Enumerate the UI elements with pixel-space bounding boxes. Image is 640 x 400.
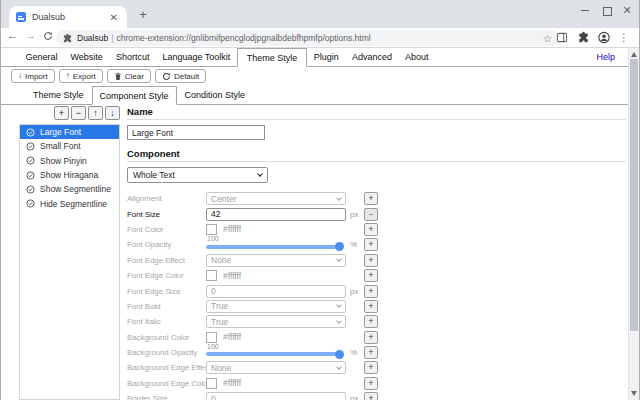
- list-item-show-segmentline[interactable]: Show Segmentline: [20, 182, 119, 196]
- check-circle-icon: [26, 199, 35, 208]
- url-text: Dualsub|chrome-extension://gnlibmifpencg…: [77, 33, 539, 43]
- tab-close-icon[interactable]: ✕: [108, 12, 120, 23]
- alignment-select[interactable]: Center: [206, 192, 346, 205]
- font-edge-size-label: Font Edge Size: [127, 287, 206, 296]
- window-minimize-button[interactable]: [579, 4, 591, 16]
- sub-tab-component-style[interactable]: Component Style: [92, 86, 177, 105]
- font-color-checkbox[interactable]: [206, 224, 217, 235]
- font-bold-label: Font Bold: [127, 302, 206, 311]
- background-color-add-button[interactable]: +: [364, 331, 378, 344]
- font-size-input[interactable]: 42: [206, 208, 346, 221]
- check-circle-icon: [26, 156, 35, 165]
- font-opacity-add-button[interactable]: +: [364, 238, 378, 251]
- tab-title: Dualsub: [32, 12, 108, 22]
- font-edge-color-checkbox[interactable]: [206, 270, 217, 281]
- export-button[interactable]: ↑Export: [59, 69, 103, 83]
- background-edge-effect-select[interactable]: None: [206, 361, 346, 374]
- nav-tab-plugin[interactable]: Plugin: [307, 48, 345, 66]
- nav-tab-website[interactable]: Website: [64, 48, 109, 66]
- help-link[interactable]: Help: [596, 52, 615, 62]
- font-color-add-button[interactable]: +: [364, 223, 378, 236]
- background-edge-color-checkbox[interactable]: [206, 378, 217, 389]
- list-item-large-font[interactable]: Large Font: [20, 125, 119, 139]
- background-opacity-slider-thumb[interactable]: [335, 350, 344, 359]
- font-italic-select[interactable]: True: [206, 315, 346, 328]
- nav-tab-theme-style[interactable]: Theme Style: [237, 48, 308, 67]
- style-list-panel: +−↑↓ Large FontSmall FontShow PinyinShow…: [19, 106, 120, 400]
- list-item-show-hiragana[interactable]: Show Hiragana: [20, 168, 119, 182]
- check-circle-icon: [26, 185, 35, 194]
- font-edge-effect-select[interactable]: None: [206, 254, 346, 267]
- row-font-bold: Font BoldTrue+: [127, 299, 626, 314]
- font-edge-color-add-button[interactable]: +: [364, 269, 378, 282]
- forward-button[interactable]: →: [25, 29, 36, 41]
- list-item-label: Large Font: [40, 127, 81, 137]
- address-bar[interactable]: Dualsub|chrome-extension://gnlibmifpencg…: [56, 30, 559, 46]
- reload-button[interactable]: [43, 29, 53, 41]
- list-item-show-pinyin[interactable]: Show Pinyin: [20, 154, 119, 168]
- border-size-add-button[interactable]: +: [364, 392, 378, 400]
- remove-item-button[interactable]: −: [71, 106, 86, 120]
- chevron-down-icon: [336, 195, 342, 201]
- background-opacity-slider[interactable]: 100: [206, 345, 346, 360]
- bookmark-star-icon[interactable]: ☆: [543, 33, 552, 44]
- font-size-remove-button[interactable]: −: [364, 208, 378, 221]
- scrollbar-thumb[interactable]: [630, 59, 638, 331]
- window-close-button[interactable]: ✕: [621, 4, 633, 16]
- import-label: Import: [25, 72, 48, 81]
- border-size-input[interactable]: 0: [206, 392, 346, 400]
- chevron-down-icon: [336, 256, 342, 262]
- default-button[interactable]: Default: [155, 69, 206, 83]
- background-opacity-add-button[interactable]: +: [364, 346, 378, 359]
- clear-button[interactable]: Clear: [107, 69, 151, 83]
- import-button[interactable]: ↓Import: [11, 69, 55, 83]
- font-opacity-slider-thumb[interactable]: [335, 242, 344, 251]
- clear-label: Clear: [125, 72, 144, 81]
- alignment-add-button[interactable]: +: [364, 192, 378, 205]
- font-edge-size-input[interactable]: 0: [206, 285, 346, 298]
- browser-tab[interactable]: Dualsub ✕: [9, 6, 127, 28]
- list-item-label: Show Hiragana: [40, 170, 98, 180]
- name-input[interactable]: [127, 125, 265, 140]
- background-opacity-slider-value: 100: [207, 343, 219, 350]
- font-edge-effect-add-button[interactable]: +: [364, 254, 378, 267]
- nav-tab-advanced[interactable]: Advanced: [345, 48, 398, 66]
- page-scrollbar[interactable]: [628, 48, 639, 400]
- font-bold-select[interactable]: True: [206, 300, 346, 313]
- profile-avatar-icon[interactable]: [598, 31, 610, 43]
- font-opacity-slider[interactable]: 100: [206, 237, 346, 252]
- font-opacity-slider-value: 100: [207, 235, 219, 242]
- background-color-checkbox[interactable]: [206, 332, 217, 343]
- background-opacity-unit: %: [346, 348, 364, 357]
- nav-tab-shortcut[interactable]: Shortcut: [109, 48, 156, 66]
- list-item-small-font[interactable]: Small Font: [20, 139, 119, 153]
- background-edge-effect-add-button[interactable]: +: [364, 361, 378, 374]
- browser-menu-icon[interactable]: ⋮: [619, 32, 629, 43]
- download-icon: ↓: [18, 72, 22, 80]
- scroll-up-icon[interactable]: [631, 52, 637, 57]
- font-italic-add-button[interactable]: +: [364, 315, 378, 328]
- row-background-color: Background Color#ffffff+: [127, 330, 626, 345]
- move-item-up-button[interactable]: ↑: [88, 106, 103, 120]
- upload-icon: ↑: [66, 72, 70, 80]
- new-tab-button[interactable]: +: [135, 7, 151, 23]
- scroll-down-icon[interactable]: [631, 391, 637, 396]
- row-background-opacity: Background Opacity100%+: [127, 345, 626, 360]
- side-panel-icon[interactable]: [556, 31, 568, 43]
- move-item-down-button[interactable]: ↓: [105, 106, 120, 120]
- font-edge-size-add-button[interactable]: +: [364, 285, 378, 298]
- sub-tab-theme-style[interactable]: Theme Style: [26, 86, 91, 104]
- nav-tab-about[interactable]: About: [398, 48, 435, 66]
- font-size-unit: px: [346, 210, 364, 219]
- font-bold-add-button[interactable]: +: [364, 300, 378, 313]
- nav-tab-general[interactable]: General: [19, 48, 64, 66]
- window-maximize-button[interactable]: [600, 4, 612, 16]
- extensions-puzzle-icon[interactable]: [577, 31, 589, 43]
- add-item-button[interactable]: +: [54, 106, 69, 120]
- back-button[interactable]: ←: [7, 29, 18, 41]
- list-item-hide-segmentline[interactable]: Hide Segmentline: [20, 196, 119, 210]
- nav-tab-language-toolkit[interactable]: Language Toolkit: [156, 48, 237, 66]
- background-edge-color-add-button[interactable]: +: [364, 377, 378, 390]
- sub-tab-condition-style[interactable]: Condition Style: [178, 86, 253, 104]
- component-select[interactable]: Whole Text: [127, 167, 268, 183]
